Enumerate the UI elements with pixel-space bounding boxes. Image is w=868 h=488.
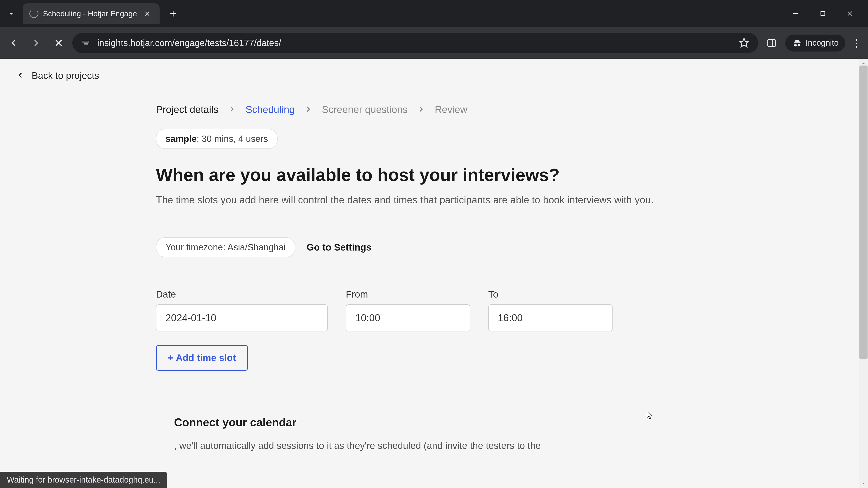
go-to-settings-link[interactable]: Go to Settings: [307, 242, 371, 253]
step-review[interactable]: Review: [435, 104, 467, 115]
scroll-down-arrow-icon[interactable]: [859, 479, 868, 488]
step-project-details[interactable]: Project details: [156, 104, 218, 115]
status-bar: Waiting for browser-intake-datadoghq.eu.…: [0, 472, 167, 488]
timeslot-group: Date 2024-01-10 From 10:00 To 16:00 + Ad…: [156, 289, 712, 371]
to-label: To: [488, 289, 613, 300]
svg-rect-10: [768, 39, 776, 46]
sample-prefix: sample: [165, 134, 197, 144]
site-info-icon[interactable]: [81, 38, 90, 47]
chevron-right-icon: [227, 105, 237, 115]
chevron-left-icon: [16, 71, 25, 80]
loading-spinner-icon: [29, 9, 38, 18]
tab-search-dropdown[interactable]: [4, 7, 18, 20]
window-controls: [784, 4, 868, 23]
stop-reload-icon[interactable]: [50, 34, 68, 52]
svg-rect-6: [83, 41, 89, 42]
browser-menu-icon[interactable]: ⋮: [850, 37, 864, 49]
scrollbar-track[interactable]: [859, 59, 868, 488]
close-tab-icon[interactable]: ×: [142, 8, 153, 19]
new-tab-button[interactable]: +: [166, 7, 180, 20]
back-to-projects-link[interactable]: Back to projects: [0, 59, 868, 93]
minimize-icon[interactable]: [784, 4, 807, 23]
page-title: When are you available to host your inte…: [156, 165, 712, 185]
chevron-right-icon: [416, 105, 426, 115]
calendar-section: Connect your calendar , we'll automatica…: [156, 416, 712, 453]
close-window-icon[interactable]: [839, 4, 861, 23]
back-label: Back to projects: [32, 70, 99, 81]
scrollbar-thumb[interactable]: [860, 66, 868, 359]
url-text: insights.hotjar.com/engage/tests/16177/d…: [97, 38, 732, 48]
date-label: Date: [156, 289, 328, 300]
wizard-steps: Project details Scheduling Screener ques…: [156, 104, 712, 115]
incognito-badge[interactable]: Incognito: [785, 35, 845, 52]
timezone-row: Your timezone: Asia/Shanghai Go to Setti…: [156, 233, 712, 262]
from-field-column: From 10:00: [346, 289, 470, 331]
address-bar[interactable]: insights.hotjar.com/engage/tests/16177/d…: [72, 33, 758, 53]
forward-button[interactable]: [27, 34, 45, 52]
chevron-right-icon: [304, 105, 313, 115]
browser-titlebar: Scheduling - Hotjar Engage × +: [0, 0, 868, 27]
page-subtext: The time slots you add here will control…: [156, 194, 712, 205]
to-input[interactable]: 16:00: [488, 304, 613, 331]
calendar-text: , we'll automatically add sessions to it…: [174, 438, 694, 453]
maximize-icon[interactable]: [811, 4, 834, 23]
back-button[interactable]: [4, 34, 23, 52]
date-input[interactable]: 2024-01-10: [156, 304, 328, 331]
svg-rect-1: [821, 11, 825, 15]
content-container: Project details Scheduling Screener ques…: [156, 93, 712, 464]
svg-marker-9: [740, 38, 748, 47]
browser-toolbar: insights.hotjar.com/engage/tests/16177/d…: [0, 27, 868, 59]
side-panel-icon[interactable]: [763, 34, 781, 52]
step-screener-questions[interactable]: Screener questions: [322, 104, 408, 115]
sample-detail: : 30 mins, 4 users: [197, 134, 268, 144]
tab-title: Scheduling - Hotjar Engage: [43, 9, 137, 18]
timeslot-row: Date 2024-01-10 From 10:00 To 16:00: [156, 289, 712, 331]
calendar-heading: Connect your calendar: [174, 416, 694, 429]
browser-tab-active[interactable]: Scheduling - Hotjar Engage ×: [23, 3, 160, 24]
from-input[interactable]: 10:00: [346, 304, 470, 331]
to-field-column: To 16:00: [488, 289, 613, 331]
date-field-column: Date 2024-01-10: [156, 289, 328, 331]
from-label: From: [346, 289, 470, 300]
timezone-badge: Your timezone: Asia/Shanghai: [156, 237, 295, 257]
add-time-slot-button[interactable]: + Add time slot: [156, 345, 248, 371]
bookmark-star-icon[interactable]: [739, 37, 749, 48]
sample-badge: sample: 30 mins, 4 users: [156, 129, 278, 149]
step-scheduling[interactable]: Scheduling: [246, 104, 295, 115]
incognito-label: Incognito: [806, 38, 839, 48]
page-viewport: Back to projects Project details Schedul…: [0, 59, 868, 488]
